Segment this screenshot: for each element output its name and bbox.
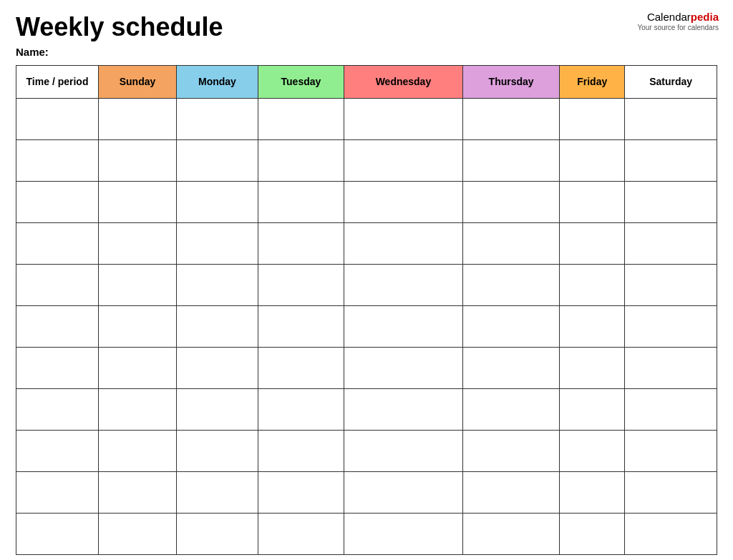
friday-cell[interactable] — [560, 305, 625, 347]
thursday-cell[interactable] — [462, 222, 559, 264]
tuesday-cell[interactable] — [258, 430, 344, 471]
saturday-cell[interactable] — [625, 347, 717, 388]
wednesday-cell[interactable] — [344, 513, 462, 554]
saturday-cell[interactable] — [625, 98, 717, 139]
monday-cell[interactable] — [177, 513, 258, 554]
table-row — [16, 139, 717, 181]
tuesday-cell[interactable] — [258, 513, 344, 554]
table-row — [16, 264, 717, 305]
sunday-cell[interactable] — [99, 222, 177, 264]
wednesday-cell[interactable] — [344, 347, 462, 388]
time-cell[interactable] — [16, 264, 99, 305]
friday-cell[interactable] — [560, 98, 625, 139]
tuesday-cell[interactable] — [258, 222, 344, 264]
wednesday-cell[interactable] — [344, 471, 462, 513]
friday-cell[interactable] — [560, 222, 625, 264]
friday-cell[interactable] — [560, 264, 625, 305]
tuesday-cell[interactable] — [258, 388, 344, 430]
time-cell[interactable] — [16, 513, 99, 554]
friday-cell[interactable] — [560, 139, 625, 181]
thursday-cell[interactable] — [462, 305, 559, 347]
friday-cell[interactable] — [560, 471, 625, 513]
friday-cell[interactable] — [560, 347, 625, 388]
friday-cell[interactable] — [560, 181, 625, 222]
table-header-row: Time / period Sunday Monday Tuesday Wedn… — [16, 65, 717, 98]
col-header-thursday: Thursday — [462, 65, 559, 98]
monday-cell[interactable] — [177, 264, 258, 305]
weekly-schedule-table: Time / period Sunday Monday Tuesday Wedn… — [16, 65, 717, 555]
thursday-cell[interactable] — [462, 347, 559, 388]
friday-cell[interactable] — [560, 388, 625, 430]
tuesday-cell[interactable] — [258, 305, 344, 347]
thursday-cell[interactable] — [462, 139, 559, 181]
sunday-cell[interactable] — [99, 430, 177, 471]
table-row — [16, 98, 717, 139]
time-cell[interactable] — [16, 222, 99, 264]
sunday-cell[interactable] — [99, 264, 177, 305]
col-header-saturday: Saturday — [625, 65, 717, 98]
monday-cell[interactable] — [177, 388, 258, 430]
tuesday-cell[interactable] — [258, 139, 344, 181]
brand-logo: Calendarpedia Your source for calendars — [637, 10, 719, 32]
saturday-cell[interactable] — [625, 513, 717, 554]
tuesday-cell[interactable] — [258, 98, 344, 139]
tuesday-cell[interactable] — [258, 471, 344, 513]
col-header-time: Time / period — [16, 65, 99, 98]
tuesday-cell[interactable] — [258, 347, 344, 388]
sunday-cell[interactable] — [99, 98, 177, 139]
thursday-cell[interactable] — [462, 430, 559, 471]
wednesday-cell[interactable] — [344, 264, 462, 305]
time-cell[interactable] — [16, 305, 99, 347]
time-cell[interactable] — [16, 388, 99, 430]
time-cell[interactable] — [16, 98, 99, 139]
saturday-cell[interactable] — [625, 471, 717, 513]
wednesday-cell[interactable] — [344, 305, 462, 347]
friday-cell[interactable] — [560, 513, 625, 554]
sunday-cell[interactable] — [99, 305, 177, 347]
saturday-cell[interactable] — [625, 264, 717, 305]
wednesday-cell[interactable] — [344, 139, 462, 181]
sunday-cell[interactable] — [99, 471, 177, 513]
wednesday-cell[interactable] — [344, 222, 462, 264]
wednesday-cell[interactable] — [344, 388, 462, 430]
time-cell[interactable] — [16, 471, 99, 513]
monday-cell[interactable] — [177, 430, 258, 471]
monday-cell[interactable] — [177, 181, 258, 222]
saturday-cell[interactable] — [625, 430, 717, 471]
time-cell[interactable] — [16, 347, 99, 388]
monday-cell[interactable] — [177, 98, 258, 139]
monday-cell[interactable] — [177, 347, 258, 388]
sunday-cell[interactable] — [99, 181, 177, 222]
col-header-monday: Monday — [177, 65, 258, 98]
monday-cell[interactable] — [177, 471, 258, 513]
time-cell[interactable] — [16, 139, 99, 181]
thursday-cell[interactable] — [462, 513, 559, 554]
monday-cell[interactable] — [177, 139, 258, 181]
saturday-cell[interactable] — [625, 305, 717, 347]
sunday-cell[interactable] — [99, 139, 177, 181]
wednesday-cell[interactable] — [344, 430, 462, 471]
table-row — [16, 430, 717, 471]
tuesday-cell[interactable] — [258, 181, 344, 222]
saturday-cell[interactable] — [625, 388, 717, 430]
wednesday-cell[interactable] — [344, 98, 462, 139]
thursday-cell[interactable] — [462, 264, 559, 305]
saturday-cell[interactable] — [625, 139, 717, 181]
sunday-cell[interactable] — [99, 513, 177, 554]
monday-cell[interactable] — [177, 222, 258, 264]
time-cell[interactable] — [16, 181, 99, 222]
thursday-cell[interactable] — [462, 388, 559, 430]
thursday-cell[interactable] — [462, 98, 559, 139]
sunday-cell[interactable] — [99, 388, 177, 430]
wednesday-cell[interactable] — [344, 181, 462, 222]
monday-cell[interactable] — [177, 305, 258, 347]
time-cell[interactable] — [16, 430, 99, 471]
thursday-cell[interactable] — [462, 181, 559, 222]
tuesday-cell[interactable] — [258, 264, 344, 305]
friday-cell[interactable] — [560, 430, 625, 471]
saturday-cell[interactable] — [625, 222, 717, 264]
sunday-cell[interactable] — [99, 347, 177, 388]
thursday-cell[interactable] — [462, 471, 559, 513]
saturday-cell[interactable] — [625, 181, 717, 222]
table-row — [16, 305, 717, 347]
